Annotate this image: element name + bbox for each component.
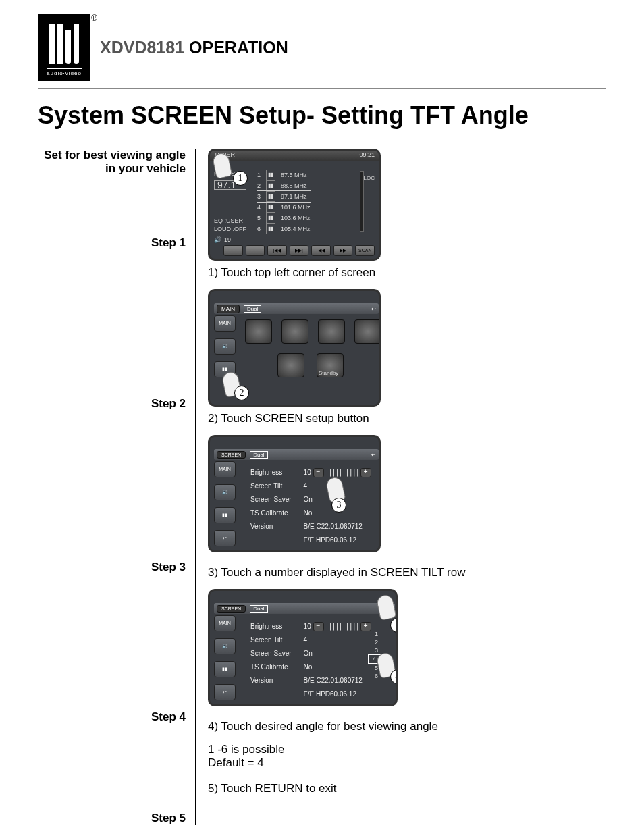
return-icon[interactable]: ↩ (387, 606, 392, 612)
range-note: 1 -6 is possible (208, 743, 465, 756)
sidebar-audio-icon[interactable]: 🔊 (214, 484, 236, 500)
row-tilt-label: Screen Tilt (245, 480, 297, 492)
loc-indicator: LOC (364, 175, 375, 181)
prev-track-btn[interactable]: |◀◀ (267, 245, 287, 256)
tilt-value[interactable]: 4 (298, 480, 377, 492)
source-thumbs-row2: Standby (277, 353, 344, 377)
detail-column: TUNER 09:21 FM1 ST 97.1 EQ :USER LOUD :O… (196, 149, 465, 825)
callout-3: 3 (331, 498, 346, 513)
source-aux-icon[interactable] (318, 319, 345, 344)
next-track-btn[interactable]: ▶▶| (290, 245, 309, 256)
preset-chip[interactable]: ▮▮ (266, 170, 275, 180)
source-ipod-icon[interactable] (354, 319, 381, 344)
return-icon[interactable]: ↩ (371, 306, 376, 312)
tilt-option[interactable]: 6 (372, 672, 381, 680)
content-columns: Set for best viewing angle in your vehic… (38, 149, 606, 825)
source-thumbs-row1 (245, 319, 381, 344)
row-saver-label: Screen Saver (245, 648, 297, 660)
main-button[interactable]: MAIN (214, 461, 236, 477)
standby-button[interactable]: Standby (317, 353, 344, 377)
row-brightness-label: Brightness (245, 467, 297, 479)
ts-value[interactable]: No (298, 661, 377, 673)
tilt-option[interactable]: 3 (372, 646, 381, 654)
saver-value[interactable]: On (298, 648, 377, 660)
row-saver-label: Screen Saver (245, 494, 297, 506)
preset-freq: 87.5 MHz (281, 170, 307, 180)
logo-subtext: audio·video (47, 68, 82, 76)
tilt-option[interactable]: 2 (372, 638, 381, 646)
step-5-label: Step 5 (38, 812, 186, 825)
rewind-btn[interactable]: ◀◀ (311, 245, 331, 256)
plus-icon[interactable]: + (360, 468, 371, 477)
brightness-value: 10 (304, 623, 311, 630)
callout-2: 2 (234, 386, 249, 400)
brightness-slider[interactable]: − |||||||||| + (313, 467, 371, 479)
tab-screen[interactable]: SCREEN (217, 451, 246, 459)
minus-icon[interactable]: − (313, 468, 324, 477)
minus-icon[interactable]: − (313, 622, 324, 631)
default-note: Default = 4 (208, 756, 465, 770)
source-disc-icon[interactable] (281, 319, 308, 344)
screenshot-tilt-select: SCREEN Dual ↩ MAIN 🔊 ▮▮ ↩ Brightness 10 (208, 589, 398, 706)
header-title: XDVD8181 OPERATION (100, 38, 288, 57)
tilt-value[interactable]: 4 (298, 634, 377, 646)
settings-table: Brightness 10 − |||||||||| + Screen Tilt… (244, 619, 378, 702)
preset-chip[interactable]: ▮▮ (266, 180, 275, 191)
tab-screen[interactable]: SCREEN (217, 605, 246, 613)
preset-chip[interactable]: ▮▮ (266, 224, 275, 234)
tilt-options: 1 2 3 4 5 6 (372, 630, 381, 680)
sidebar: MAIN 🔊 ▮▮ ↩ (214, 461, 237, 546)
row-tilt-label: Screen Tilt (245, 634, 297, 646)
version-2: F/E HPD60.06.12 (298, 688, 377, 700)
main-button[interactable]: MAIN (214, 315, 236, 332)
step-3-label: Step 3 (38, 561, 186, 574)
tab-main[interactable]: MAIN (217, 305, 240, 313)
sidebar-audio-icon[interactable]: 🔊 (214, 638, 236, 654)
sidebar-screen-icon[interactable]: ▮▮ (214, 361, 236, 377)
tuner-titlebar: TUNER 09:21 (210, 151, 379, 161)
preset-num: 4 (257, 203, 261, 212)
tilt-option[interactable]: 5 (372, 664, 381, 672)
caption-3: 3) Touch a number displayed in SCREEN TI… (208, 566, 465, 579)
sidebar-return-icon[interactable]: ↩ (214, 530, 236, 546)
source-radio-icon[interactable] (245, 319, 272, 344)
row-brightness-label: Brightness (245, 621, 297, 633)
brand-logo: ® audio·video (38, 14, 90, 81)
loud-label: LOUD (214, 226, 231, 232)
clock: 09:21 (359, 151, 375, 161)
preset-list: 1▮▮87.5 MHz 2▮▮88.8 MHz 3▮▮97.1 MHz 4▮▮1… (257, 170, 311, 234)
return-icon[interactable]: ↩ (371, 452, 376, 458)
tuner-btn[interactable] (223, 245, 243, 256)
sidebar-audio-icon[interactable]: 🔊 (214, 338, 236, 355)
source-camera-icon[interactable] (277, 353, 304, 377)
tuner-btn[interactable] (246, 245, 265, 256)
preset-chip[interactable]: ▮▮ (266, 213, 275, 224)
scan-btn[interactable]: SCAN (355, 245, 375, 256)
preset-freq: 101.6 MHz (281, 203, 311, 212)
tilt-option[interactable]: 1 (372, 630, 381, 638)
page-title: System SCREEN Setup- Setting TFT Angle (38, 101, 606, 130)
manual-page: ® audio·video XDVD8181 OPERATION System … (0, 0, 644, 834)
preset-freq: 105.4 MHz (281, 224, 311, 234)
band-label: FM1 (214, 170, 226, 177)
plus-icon[interactable]: + (360, 622, 371, 631)
main-button[interactable]: MAIN (214, 615, 236, 631)
row-ts-label: TS Calibrate (245, 507, 297, 519)
sidebar-screen-icon[interactable]: ▮▮ (214, 661, 236, 677)
sidebar-screen-icon[interactable]: ▮▮ (214, 507, 236, 523)
preset-chip[interactable]: ▮▮ (266, 191, 275, 202)
screenshot-screen-settings: SCREEN Dual ↩ MAIN 🔊 ▮▮ ↩ Brightness 10 (208, 435, 381, 552)
tuner-title: TUNER (214, 151, 235, 161)
preset-num: 6 (257, 224, 261, 234)
preset-chip[interactable]: ▮▮ (266, 202, 275, 213)
operation-label: OPERATION (189, 38, 288, 57)
brightness-slider[interactable]: − |||||||||| + (313, 621, 371, 633)
preset-num: 1 (257, 170, 261, 180)
forward-btn[interactable]: ▶▶ (333, 245, 353, 256)
settings-table: Brightness 10 − |||||||||| + Screen Tilt… (244, 465, 378, 548)
volume-value: 19 (224, 236, 231, 244)
tilt-option-selected[interactable]: 4 (368, 654, 381, 664)
sidebar-return-icon[interactable]: ↩ (214, 684, 236, 700)
preset-freq: 103.6 MHz (281, 213, 311, 223)
speaker-icon: 🔊 (214, 236, 221, 244)
